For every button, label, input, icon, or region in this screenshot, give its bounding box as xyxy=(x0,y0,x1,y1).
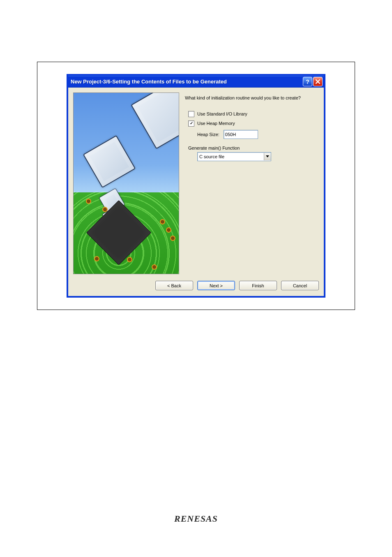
heap-size-label: Heap Size: xyxy=(197,132,219,137)
dialog-footer: < Back Next > Finish Cancel xyxy=(68,277,324,296)
back-button[interactable]: < Back xyxy=(155,281,193,290)
use-io-row[interactable]: Use Standard I/O Library xyxy=(188,111,319,117)
form-panel: What kind of initialization routine woul… xyxy=(185,92,319,274)
dialog-body: What kind of initialization routine woul… xyxy=(68,88,324,277)
generate-main-select[interactable]: C source file xyxy=(197,152,271,161)
generate-main-label: Generate main() Function xyxy=(188,146,319,150)
finish-button[interactable]: Finish xyxy=(239,281,277,290)
dialog-title: New Project-3/6-Setting the Contents of … xyxy=(71,79,302,85)
close-icon xyxy=(316,79,320,84)
use-heap-row[interactable]: Use Heap Memory xyxy=(188,120,319,127)
titlebar: New Project-3/6-Setting the Contents of … xyxy=(68,76,324,88)
question-text: What kind of initialization routine woul… xyxy=(185,95,319,101)
use-io-label: Use Standard I/O Library xyxy=(197,111,247,116)
cancel-button[interactable]: Cancel xyxy=(281,281,319,290)
use-heap-checkbox[interactable] xyxy=(188,120,194,127)
wizard-image xyxy=(73,92,179,274)
next-button[interactable]: Next > xyxy=(197,281,235,290)
use-io-checkbox[interactable] xyxy=(188,111,194,117)
heap-size-input[interactable] xyxy=(224,130,258,139)
chevron-down-icon xyxy=(266,155,269,158)
close-button[interactable] xyxy=(313,77,323,86)
dropdown-button[interactable] xyxy=(264,153,271,160)
help-button[interactable]: ? xyxy=(303,77,312,86)
renesas-logo: RENESAS xyxy=(174,513,218,524)
heap-size-row: Heap Size: xyxy=(197,130,319,139)
wizard-dialog: New Project-3/6-Setting the Contents of … xyxy=(67,74,325,297)
generate-main-select-value: C source file xyxy=(198,154,264,159)
use-heap-label: Use Heap Memory xyxy=(197,121,235,126)
page-figure-border: New Project-3/6-Setting the Contents of … xyxy=(37,62,355,310)
